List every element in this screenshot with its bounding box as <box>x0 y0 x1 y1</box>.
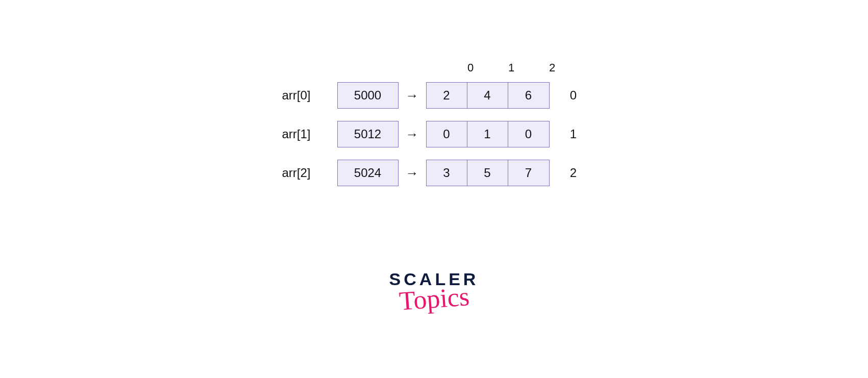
data-cell-2-2: 7 <box>508 160 549 186</box>
row-index-1: 1 <box>561 127 586 141</box>
column-headers-row: 0 1 2 <box>450 61 573 74</box>
row-index-2: 2 <box>561 166 586 180</box>
array-row-1: arr[1] 5012 → 0 1 0 1 <box>282 119 586 149</box>
row-label-0: arr[0] <box>282 88 328 103</box>
arrow-icon: → <box>399 127 426 142</box>
brand-logo: SCALER Topics <box>0 270 868 311</box>
row-label-1: arr[1] <box>282 127 328 141</box>
data-cell-1-2: 0 <box>508 121 549 147</box>
pointer-cell-2: 5024 <box>337 160 399 186</box>
row-index-0: 0 <box>561 88 586 103</box>
array-row-0: arr[0] 5000 → 2 4 6 0 <box>282 81 586 110</box>
pointer-cell-0: 5000 <box>337 82 399 109</box>
arrow-icon: → <box>399 165 426 181</box>
arrow-icon: → <box>399 88 426 104</box>
col-header-1: 1 <box>491 61 532 74</box>
array-pointer-diagram: 0 1 2 arr[0] 5000 → 2 4 6 0 arr[1] 5012 … <box>0 61 868 197</box>
data-row-0: 2 4 6 <box>426 82 550 109</box>
data-cell-0-0: 2 <box>427 83 467 108</box>
array-row-2: arr[2] 5024 → 3 5 7 2 <box>282 158 586 188</box>
col-header-2: 2 <box>532 61 573 74</box>
logo-text-bottom: Topics <box>398 283 470 314</box>
data-cell-0-2: 6 <box>508 83 549 108</box>
data-cell-2-0: 3 <box>427 160 467 186</box>
pointer-cell-1: 5012 <box>337 121 399 147</box>
data-cell-1-0: 0 <box>427 121 467 147</box>
col-header-0: 0 <box>450 61 491 74</box>
row-label-2: arr[2] <box>282 166 328 180</box>
data-row-2: 3 5 7 <box>426 160 550 186</box>
data-row-1: 0 1 0 <box>426 121 550 147</box>
data-cell-0-1: 4 <box>467 83 508 108</box>
data-cell-2-1: 5 <box>467 160 508 186</box>
data-cell-1-1: 1 <box>467 121 508 147</box>
